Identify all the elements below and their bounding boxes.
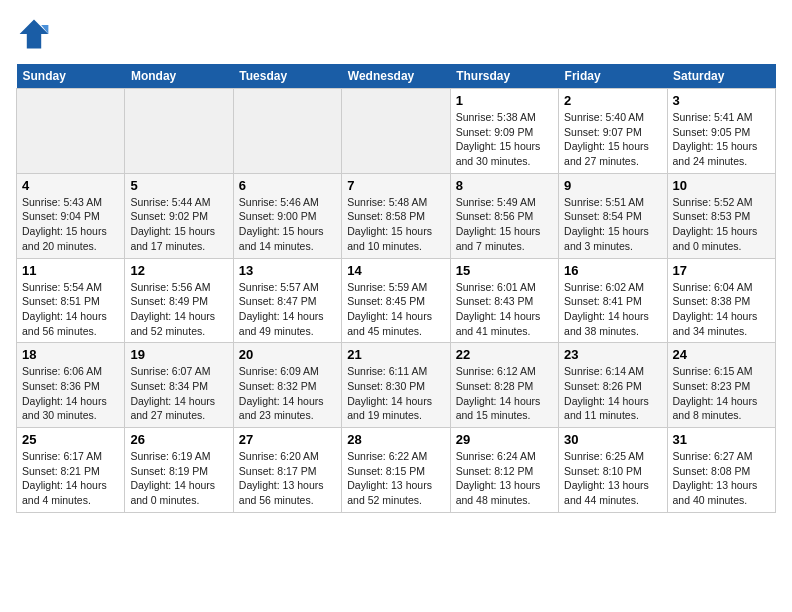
calendar-cell: 21Sunrise: 6:11 AM Sunset: 8:30 PM Dayli… (342, 343, 450, 428)
day-number: 17 (673, 263, 770, 278)
day-info: Sunrise: 6:19 AM Sunset: 8:19 PM Dayligh… (130, 449, 227, 508)
day-info: Sunrise: 5:44 AM Sunset: 9:02 PM Dayligh… (130, 195, 227, 254)
calendar-cell: 24Sunrise: 6:15 AM Sunset: 8:23 PM Dayli… (667, 343, 775, 428)
calendar-cell: 14Sunrise: 5:59 AM Sunset: 8:45 PM Dayli… (342, 258, 450, 343)
day-info: Sunrise: 5:38 AM Sunset: 9:09 PM Dayligh… (456, 110, 553, 169)
day-number: 2 (564, 93, 661, 108)
calendar-cell: 4Sunrise: 5:43 AM Sunset: 9:04 PM Daylig… (17, 173, 125, 258)
week-row-2: 4Sunrise: 5:43 AM Sunset: 9:04 PM Daylig… (17, 173, 776, 258)
logo (16, 16, 58, 52)
day-number: 28 (347, 432, 444, 447)
day-number: 20 (239, 347, 336, 362)
day-number: 7 (347, 178, 444, 193)
week-row-1: 1Sunrise: 5:38 AM Sunset: 9:09 PM Daylig… (17, 89, 776, 174)
day-info: Sunrise: 6:11 AM Sunset: 8:30 PM Dayligh… (347, 364, 444, 423)
calendar-cell: 22Sunrise: 6:12 AM Sunset: 8:28 PM Dayli… (450, 343, 558, 428)
calendar-cell: 9Sunrise: 5:51 AM Sunset: 8:54 PM Daylig… (559, 173, 667, 258)
day-number: 15 (456, 263, 553, 278)
day-number: 11 (22, 263, 119, 278)
calendar-cell: 15Sunrise: 6:01 AM Sunset: 8:43 PM Dayli… (450, 258, 558, 343)
day-info: Sunrise: 5:46 AM Sunset: 9:00 PM Dayligh… (239, 195, 336, 254)
week-row-5: 25Sunrise: 6:17 AM Sunset: 8:21 PM Dayli… (17, 428, 776, 513)
calendar-cell: 19Sunrise: 6:07 AM Sunset: 8:34 PM Dayli… (125, 343, 233, 428)
calendar-cell: 28Sunrise: 6:22 AM Sunset: 8:15 PM Dayli… (342, 428, 450, 513)
day-number: 5 (130, 178, 227, 193)
day-number: 4 (22, 178, 119, 193)
calendar-cell: 10Sunrise: 5:52 AM Sunset: 8:53 PM Dayli… (667, 173, 775, 258)
day-number: 8 (456, 178, 553, 193)
calendar-cell: 11Sunrise: 5:54 AM Sunset: 8:51 PM Dayli… (17, 258, 125, 343)
weekday-header-row: SundayMondayTuesdayWednesdayThursdayFrid… (17, 64, 776, 89)
day-number: 31 (673, 432, 770, 447)
day-number: 26 (130, 432, 227, 447)
calendar-cell: 18Sunrise: 6:06 AM Sunset: 8:36 PM Dayli… (17, 343, 125, 428)
day-info: Sunrise: 5:57 AM Sunset: 8:47 PM Dayligh… (239, 280, 336, 339)
day-number: 10 (673, 178, 770, 193)
weekday-header-tuesday: Tuesday (233, 64, 341, 89)
day-number: 14 (347, 263, 444, 278)
calendar-cell: 8Sunrise: 5:49 AM Sunset: 8:56 PM Daylig… (450, 173, 558, 258)
week-row-3: 11Sunrise: 5:54 AM Sunset: 8:51 PM Dayli… (17, 258, 776, 343)
day-number: 25 (22, 432, 119, 447)
day-info: Sunrise: 6:02 AM Sunset: 8:41 PM Dayligh… (564, 280, 661, 339)
day-number: 19 (130, 347, 227, 362)
day-info: Sunrise: 6:27 AM Sunset: 8:08 PM Dayligh… (673, 449, 770, 508)
day-info: Sunrise: 6:12 AM Sunset: 8:28 PM Dayligh… (456, 364, 553, 423)
calendar-cell: 29Sunrise: 6:24 AM Sunset: 8:12 PM Dayli… (450, 428, 558, 513)
day-info: Sunrise: 6:25 AM Sunset: 8:10 PM Dayligh… (564, 449, 661, 508)
calendar-cell (125, 89, 233, 174)
day-number: 9 (564, 178, 661, 193)
weekday-header-wednesday: Wednesday (342, 64, 450, 89)
day-info: Sunrise: 5:52 AM Sunset: 8:53 PM Dayligh… (673, 195, 770, 254)
calendar-cell: 23Sunrise: 6:14 AM Sunset: 8:26 PM Dayli… (559, 343, 667, 428)
day-info: Sunrise: 5:54 AM Sunset: 8:51 PM Dayligh… (22, 280, 119, 339)
day-info: Sunrise: 6:14 AM Sunset: 8:26 PM Dayligh… (564, 364, 661, 423)
logo-icon (16, 16, 52, 52)
week-row-4: 18Sunrise: 6:06 AM Sunset: 8:36 PM Dayli… (17, 343, 776, 428)
calendar-cell: 30Sunrise: 6:25 AM Sunset: 8:10 PM Dayli… (559, 428, 667, 513)
day-number: 27 (239, 432, 336, 447)
calendar-cell (233, 89, 341, 174)
calendar-table: SundayMondayTuesdayWednesdayThursdayFrid… (16, 64, 776, 513)
weekday-header-friday: Friday (559, 64, 667, 89)
calendar-cell: 3Sunrise: 5:41 AM Sunset: 9:05 PM Daylig… (667, 89, 775, 174)
day-number: 18 (22, 347, 119, 362)
day-info: Sunrise: 5:59 AM Sunset: 8:45 PM Dayligh… (347, 280, 444, 339)
day-info: Sunrise: 5:40 AM Sunset: 9:07 PM Dayligh… (564, 110, 661, 169)
day-info: Sunrise: 6:24 AM Sunset: 8:12 PM Dayligh… (456, 449, 553, 508)
day-number: 29 (456, 432, 553, 447)
calendar-cell: 31Sunrise: 6:27 AM Sunset: 8:08 PM Dayli… (667, 428, 775, 513)
calendar-cell: 5Sunrise: 5:44 AM Sunset: 9:02 PM Daylig… (125, 173, 233, 258)
calendar-cell: 1Sunrise: 5:38 AM Sunset: 9:09 PM Daylig… (450, 89, 558, 174)
day-number: 12 (130, 263, 227, 278)
calendar-cell (342, 89, 450, 174)
calendar-cell: 17Sunrise: 6:04 AM Sunset: 8:38 PM Dayli… (667, 258, 775, 343)
page-header (16, 16, 776, 52)
day-info: Sunrise: 6:15 AM Sunset: 8:23 PM Dayligh… (673, 364, 770, 423)
calendar-cell: 25Sunrise: 6:17 AM Sunset: 8:21 PM Dayli… (17, 428, 125, 513)
calendar-cell: 6Sunrise: 5:46 AM Sunset: 9:00 PM Daylig… (233, 173, 341, 258)
day-number: 16 (564, 263, 661, 278)
day-number: 6 (239, 178, 336, 193)
day-number: 30 (564, 432, 661, 447)
day-number: 3 (673, 93, 770, 108)
weekday-header-monday: Monday (125, 64, 233, 89)
calendar-cell: 26Sunrise: 6:19 AM Sunset: 8:19 PM Dayli… (125, 428, 233, 513)
day-info: Sunrise: 5:49 AM Sunset: 8:56 PM Dayligh… (456, 195, 553, 254)
day-number: 13 (239, 263, 336, 278)
weekday-header-sunday: Sunday (17, 64, 125, 89)
weekday-header-saturday: Saturday (667, 64, 775, 89)
weekday-header-thursday: Thursday (450, 64, 558, 89)
calendar-cell: 2Sunrise: 5:40 AM Sunset: 9:07 PM Daylig… (559, 89, 667, 174)
day-info: Sunrise: 5:51 AM Sunset: 8:54 PM Dayligh… (564, 195, 661, 254)
calendar-cell: 20Sunrise: 6:09 AM Sunset: 8:32 PM Dayli… (233, 343, 341, 428)
calendar-cell (17, 89, 125, 174)
svg-marker-0 (20, 20, 49, 49)
day-number: 1 (456, 93, 553, 108)
day-info: Sunrise: 6:09 AM Sunset: 8:32 PM Dayligh… (239, 364, 336, 423)
day-info: Sunrise: 5:56 AM Sunset: 8:49 PM Dayligh… (130, 280, 227, 339)
day-info: Sunrise: 6:20 AM Sunset: 8:17 PM Dayligh… (239, 449, 336, 508)
day-number: 24 (673, 347, 770, 362)
day-number: 21 (347, 347, 444, 362)
day-info: Sunrise: 6:04 AM Sunset: 8:38 PM Dayligh… (673, 280, 770, 339)
